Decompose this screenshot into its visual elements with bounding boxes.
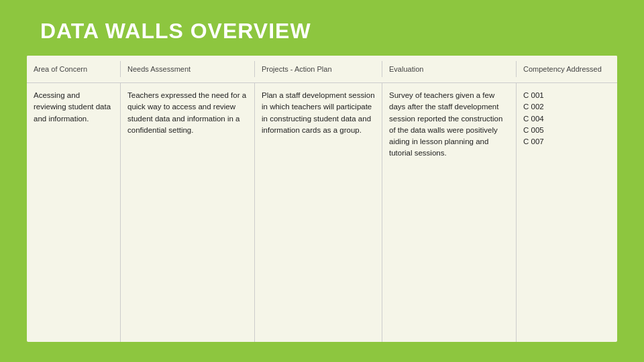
col-header-evaluation: Evaluation: [382, 61, 517, 77]
cell-projects-action-plan: Plan a staff development session in whic…: [255, 83, 382, 342]
cell-needs-assessment: Teachers expressed the need for a quick …: [121, 83, 255, 342]
table-body: Acessing and reviewing student data and …: [27, 83, 617, 342]
table-container: Area of Concern Needs Assessment Project…: [27, 56, 617, 342]
cell-area-of-concern: Acessing and reviewing student data and …: [27, 83, 121, 342]
header: DATA WALLS OVERVIEW: [0, 0, 644, 56]
col-header-projects: Projects - Action Plan: [255, 61, 382, 77]
page-wrapper: DATA WALLS OVERVIEW Area of Concern Need…: [0, 0, 644, 362]
cell-evaluation: Survey of teachers given a few days afte…: [382, 83, 517, 342]
col-header-needs: Needs Assessment: [121, 61, 255, 77]
col-header-area: Area of Concern: [27, 61, 121, 77]
page-title: DATA WALLS OVERVIEW: [40, 19, 604, 44]
cell-competency-addressed: C 001 C 002 C 004 C 005 C 007: [517, 83, 617, 342]
content-area: Area of Concern Needs Assessment Project…: [27, 56, 617, 342]
col-header-competency: Competency Addressed: [517, 61, 617, 77]
table-header: Area of Concern Needs Assessment Project…: [27, 56, 617, 83]
